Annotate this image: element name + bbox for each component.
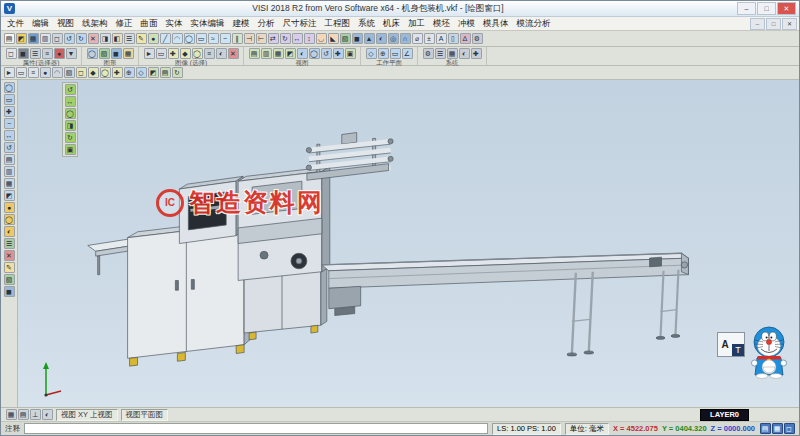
status-grid-icon[interactable]: ▤ xyxy=(18,409,29,420)
zoom-in-icon[interactable]: ✚ xyxy=(4,106,15,117)
delete-entity-icon[interactable]: ✕ xyxy=(4,250,15,261)
view-full-icon[interactable]: ▣ xyxy=(345,48,356,59)
extrude-icon[interactable]: ▲ xyxy=(364,33,375,44)
sys-list-icon[interactable]: ☰ xyxy=(435,48,446,59)
measure-icon[interactable]: ⌀ xyxy=(412,33,423,44)
view-front-icon[interactable]: ▥ xyxy=(261,48,272,59)
shaded-icon[interactable]: ● xyxy=(4,202,15,213)
edit-entity-icon[interactable]: ✎ xyxy=(4,262,15,273)
wp-align-icon[interactable]: ▭ xyxy=(390,48,401,59)
viewport[interactable]: ↺↔◯◨↻▣ xyxy=(18,80,799,407)
pan-icon[interactable]: ↔ xyxy=(4,130,15,141)
rotate-view-icon[interactable]: ↺ xyxy=(4,142,15,153)
menu-item-2[interactable]: 视图 xyxy=(53,18,78,30)
pick-single-icon[interactable]: ► xyxy=(144,48,155,59)
redo-icon[interactable]: ↻ xyxy=(76,33,87,44)
shell-icon[interactable]: ◎ xyxy=(388,33,399,44)
select-all-icon[interactable]: ☰ xyxy=(124,33,135,44)
erase-icon[interactable]: ✎ xyxy=(136,33,147,44)
solid-tool-icon[interactable]: ◼ xyxy=(4,286,15,297)
pick-invert-icon[interactable]: ◐ xyxy=(216,48,227,59)
snap-mid-icon[interactable]: ◆ xyxy=(88,67,99,78)
view-rotate-icon[interactable]: ↺ xyxy=(321,48,332,59)
sys-add-icon[interactable]: ✚ xyxy=(471,48,482,59)
circle-icon[interactable]: ◯ xyxy=(184,33,195,44)
status-plane-label[interactable]: 视图平面图 xyxy=(121,409,169,421)
filter-face-icon[interactable]: ▧ xyxy=(64,67,75,78)
analysis-icon[interactable]: ∆ xyxy=(460,33,471,44)
attr-layer-icon[interactable]: ◼ xyxy=(18,48,29,59)
arc-icon[interactable]: ◠ xyxy=(172,33,183,44)
status-view-label[interactable]: 视图 XY 上视图 xyxy=(56,409,118,421)
undo-icon[interactable]: ↺ xyxy=(64,33,75,44)
zoom-fit-icon[interactable]: ◯ xyxy=(4,82,15,93)
filter-point-icon[interactable]: ● xyxy=(40,67,51,78)
workplane-icon[interactable]: ◇ xyxy=(136,67,147,78)
menu-item-14[interactable]: 加工 xyxy=(404,18,429,30)
select-window-icon[interactable]: ▭ xyxy=(16,67,27,78)
menu-item-11[interactable]: 工程图 xyxy=(321,18,355,30)
menu-item-16[interactable]: 冲模 xyxy=(454,18,479,30)
settings-icon[interactable]: ⚙ xyxy=(472,33,483,44)
menu-item-7[interactable]: 实体编辑 xyxy=(187,18,229,30)
graph-mesh-icon[interactable]: ▦ xyxy=(123,48,134,59)
menu-item-13[interactable]: 机床 xyxy=(379,18,404,30)
sys-settings-icon[interactable]: ⚙ xyxy=(423,48,434,59)
view-iso-icon[interactable]: ◩ xyxy=(285,48,296,59)
child-close-button[interactable]: ✕ xyxy=(782,18,797,30)
attr-linetype-icon[interactable]: ☰ xyxy=(30,48,41,59)
zoom-window-icon[interactable]: ▭ xyxy=(4,94,15,105)
status-ortho-icon[interactable]: ⊥ xyxy=(30,409,41,420)
menu-item-3[interactable]: 线架构 xyxy=(78,18,112,30)
wp-angle-icon[interactable]: ∠ xyxy=(402,48,413,59)
view-shade-icon[interactable]: ◐ xyxy=(297,48,308,59)
view-top-icon[interactable]: ▤ xyxy=(249,48,260,59)
section-icon[interactable]: ▯ xyxy=(448,33,459,44)
graph-wire-icon[interactable]: ◯ xyxy=(87,48,98,59)
status-track-icon[interactable]: ◐ xyxy=(42,409,53,420)
wireframe-icon[interactable]: ◯ xyxy=(4,214,15,225)
menu-item-17[interactable]: 模具体 xyxy=(479,18,513,30)
menu-item-5[interactable]: 曲面 xyxy=(137,18,162,30)
view-axon-icon[interactable]: ◩ xyxy=(148,67,159,78)
cad-model-packaging-machine[interactable] xyxy=(18,80,799,407)
rotate-icon[interactable]: ↻ xyxy=(280,33,291,44)
menu-item-9[interactable]: 分析 xyxy=(254,18,279,30)
close-button[interactable]: ✕ xyxy=(777,2,796,15)
menu-item-15[interactable]: 模坯 xyxy=(429,18,454,30)
surface-icon[interactable]: ▧ xyxy=(340,33,351,44)
attr-color-icon[interactable]: ◻ xyxy=(6,48,17,59)
offset-icon[interactable]: ∥ xyxy=(232,33,243,44)
menu-item-8[interactable]: 建模 xyxy=(229,18,254,30)
view-indicator[interactable]: A T xyxy=(717,332,745,357)
status-snap-icon[interactable]: ▦ xyxy=(6,409,17,420)
menu-item-12[interactable]: 系统 xyxy=(354,18,379,30)
chamfer-icon[interactable]: ◣ xyxy=(328,33,339,44)
pick-add-icon[interactable]: ✚ xyxy=(168,48,179,59)
solid-icon[interactable]: ◼ xyxy=(352,33,363,44)
maximize-button[interactable]: □ xyxy=(757,2,776,15)
point-icon[interactable]: ● xyxy=(148,33,159,44)
boolean-icon[interactable]: ∩ xyxy=(400,33,411,44)
wcs-icon[interactable]: ⊕ xyxy=(124,67,135,78)
snap-center-icon[interactable]: ◯ xyxy=(100,67,111,78)
sys-grid-icon[interactable]: ▦ xyxy=(447,48,458,59)
paste-icon[interactable]: ◧ xyxy=(112,33,123,44)
select-chain-icon[interactable]: ≡ xyxy=(28,67,39,78)
pick-circle-icon[interactable]: ◯ xyxy=(192,48,203,59)
cmd-help-icon[interactable]: ◻ xyxy=(784,423,795,434)
graph-surface-icon[interactable]: ▧ xyxy=(99,48,110,59)
full-view-icon[interactable]: ▣ xyxy=(65,144,76,155)
trim-icon[interactable]: ⊣ xyxy=(244,33,255,44)
sys-half-icon[interactable]: ◐ xyxy=(459,48,470,59)
save-icon[interactable]: ▦ xyxy=(28,33,39,44)
regen-icon[interactable]: ↻ xyxy=(172,67,183,78)
view-side-icon[interactable]: ▦ xyxy=(273,48,284,59)
new-icon[interactable]: ▤ xyxy=(4,33,15,44)
rectangle-icon[interactable]: ▭ xyxy=(196,33,207,44)
copy-icon[interactable]: ◨ xyxy=(100,33,111,44)
view-zoom-icon[interactable]: ◯ xyxy=(309,48,320,59)
wp-new-icon[interactable]: ◇ xyxy=(366,48,377,59)
fillet-icon[interactable]: ◡ xyxy=(316,33,327,44)
scale-icon[interactable]: ↕ xyxy=(304,33,315,44)
